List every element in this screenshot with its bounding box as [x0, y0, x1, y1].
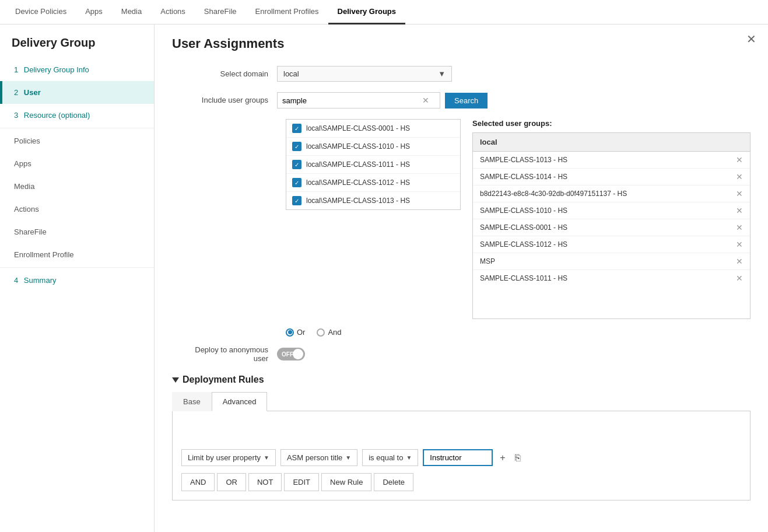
sidebar-item-user[interactable]: 2 User — [0, 81, 154, 104]
selected-groups-panel: local SAMPLE-CLASS-1013 - HS ✕ SAMPLE-CL… — [472, 132, 751, 319]
remove-group-button[interactable]: ✕ — [736, 240, 743, 249]
and-button[interactable]: AND — [181, 473, 215, 491]
list-item[interactable]: local\SAMPLE-CLASS-1013 - HS — [286, 192, 460, 209]
collapse-arrow-icon[interactable] — [172, 377, 179, 383]
search-clear-icon[interactable]: ✕ — [422, 96, 429, 105]
toggle-knob — [293, 349, 303, 359]
list-item[interactable]: local\SAMPLE-CLASS-1012 - HS — [286, 174, 460, 192]
select-domain-row: Select domain local ▼ — [172, 66, 751, 82]
checkbox-checked-icon — [292, 160, 301, 169]
tab-base[interactable]: Base — [172, 392, 212, 411]
or-and-row: Or And — [286, 328, 751, 337]
user-groups-dropdown-list: local\SAMPLE-CLASS-0001 - HS local\SAMPL… — [286, 119, 461, 319]
main-container: Delivery Group 1 Delivery Group Info 2 U… — [0, 24, 768, 532]
list-item[interactable]: local\SAMPLE-CLASS-1011 - HS — [286, 156, 460, 174]
and-radio[interactable] — [317, 328, 325, 337]
selected-groups-header: local — [473, 133, 750, 152]
sidebar-title: Delivery Group — [0, 24, 154, 58]
domain-dropdown-arrow: ▼ — [438, 69, 446, 78]
selected-groups-area: Selected user groups: local SAMPLE-CLASS… — [472, 119, 751, 319]
close-button[interactable]: ✕ — [746, 33, 756, 45]
selected-group-item: SAMPLE-CLASS-1011 - HS ✕ — [473, 270, 750, 286]
search-button[interactable]: Search — [445, 93, 488, 108]
top-navigation: Device Policies Apps Media Actions Share… — [0, 0, 768, 24]
selected-user-groups-label: Selected user groups: — [472, 119, 751, 128]
list-item[interactable]: local\SAMPLE-CLASS-0001 - HS — [286, 120, 460, 138]
selected-group-item: SAMPLE-CLASS-1013 - HS ✕ — [473, 152, 750, 169]
nav-device-policies[interactable]: Device Policies — [6, 0, 76, 24]
sidebar-item-delivery-group-info[interactable]: 1 Delivery Group Info — [0, 58, 154, 81]
remove-group-button[interactable]: ✕ — [736, 173, 743, 181]
domain-dropdown[interactable]: local ▼ — [277, 66, 452, 82]
selected-group-item: SAMPLE-CLASS-1012 - HS ✕ — [473, 236, 750, 253]
asm-person-title-dropdown[interactable]: ASM person title ▼ — [280, 449, 357, 466]
nav-delivery-groups[interactable]: Delivery Groups — [328, 0, 405, 24]
sidebar-item-resource[interactable]: 3 Resource (optional) — [0, 104, 154, 127]
sidebar-item-apps[interactable]: Apps — [0, 152, 154, 175]
selected-group-item: SAMPLE-CLASS-1014 - HS ✕ — [473, 169, 750, 186]
include-user-groups-label: Include user groups — [172, 92, 277, 104]
search-input-wrap: ✕ — [277, 92, 440, 108]
deploy-toggle[interactable]: OFF — [277, 348, 305, 360]
asm-person-title-label: ASM person title — [287, 453, 342, 462]
is-equal-to-dropdown[interactable]: is equal to ▼ — [362, 449, 418, 466]
limit-by-dropdown[interactable]: Limit by user property ▼ — [181, 449, 276, 466]
selected-group-item: SAMPLE-CLASS-0001 - HS ✕ — [473, 219, 750, 236]
or-label: Or — [297, 328, 305, 337]
deploy-toggle-row: Deploy to anonymoususer OFF — [172, 345, 751, 363]
or-radio-label[interactable]: Or — [286, 328, 305, 337]
not-button[interactable]: NOT — [248, 473, 282, 491]
select-domain-label: Select domain — [172, 66, 277, 78]
remove-group-button[interactable]: ✕ — [736, 223, 743, 232]
or-button[interactable]: OR — [217, 473, 246, 491]
deployment-rules-title: Deployment Rules — [172, 374, 751, 385]
bottom-buttons: AND OR NOT EDIT New Rule Delete — [181, 473, 741, 491]
remove-group-button[interactable]: ✕ — [736, 257, 743, 265]
is-equal-to-label: is equal to — [369, 453, 403, 462]
nav-media[interactable]: Media — [112, 0, 151, 24]
checkbox-checked-icon — [292, 142, 301, 151]
nav-enrollment-profiles[interactable]: Enrollment Profiles — [246, 0, 328, 24]
sidebar-divider-1 — [0, 128, 154, 128]
sidebar-item-sharefile[interactable]: ShareFile — [0, 220, 154, 243]
remove-group-button[interactable]: ✕ — [736, 156, 743, 164]
checkbox-checked-icon — [292, 178, 301, 187]
nav-apps[interactable]: Apps — [76, 0, 112, 24]
selected-group-item: MSP ✕ — [473, 253, 750, 270]
copy-rule-button[interactable]: ⎘ — [513, 450, 523, 466]
remove-group-button[interactable]: ✕ — [736, 274, 743, 282]
sidebar: Delivery Group 1 Delivery Group Info 2 U… — [0, 24, 155, 532]
rules-area: Limit by user property ▼ ASM person titl… — [172, 411, 751, 501]
page-title: User Assignments — [172, 36, 751, 51]
sidebar-divider-2 — [0, 267, 154, 268]
sidebar-item-policies[interactable]: Policies — [0, 130, 154, 152]
checkbox-checked-icon — [292, 124, 301, 133]
remove-group-button[interactable]: ✕ — [736, 190, 743, 198]
sidebar-item-enrollment-profile[interactable]: Enrollment Profile — [0, 243, 154, 266]
nav-sharefile[interactable]: ShareFile — [195, 0, 246, 24]
selected-group-item: SAMPLE-CLASS-1010 - HS ✕ — [473, 202, 750, 219]
limit-by-arrow-icon: ▼ — [264, 454, 269, 461]
or-radio[interactable] — [286, 328, 294, 337]
sidebar-item-actions[interactable]: Actions — [0, 198, 154, 220]
checkbox-checked-icon — [292, 196, 301, 205]
new-rule-button[interactable]: New Rule — [321, 473, 371, 491]
tab-advanced[interactable]: Advanced — [212, 392, 268, 411]
rule-value-input[interactable] — [423, 449, 493, 466]
limit-by-label: Limit by user property — [188, 453, 261, 462]
sidebar-item-summary[interactable]: 4 Summary — [0, 269, 154, 292]
search-input[interactable] — [282, 96, 422, 105]
remove-group-button[interactable]: ✕ — [736, 206, 743, 215]
rule-row: Limit by user property ▼ ASM person titl… — [181, 449, 741, 466]
groups-list: local\SAMPLE-CLASS-0001 - HS local\SAMPL… — [286, 119, 461, 210]
delete-button[interactable]: Delete — [374, 473, 413, 491]
deploy-label: Deploy to anonymoususer — [172, 345, 277, 363]
toggle-off-text: OFF — [282, 351, 293, 358]
add-rule-button[interactable]: + — [497, 450, 507, 466]
sidebar-item-media[interactable]: Media — [0, 175, 154, 198]
and-label: And — [328, 328, 341, 337]
nav-actions[interactable]: Actions — [151, 0, 195, 24]
and-radio-label[interactable]: And — [317, 328, 341, 337]
list-item[interactable]: local\SAMPLE-CLASS-1010 - HS — [286, 138, 460, 156]
edit-button[interactable]: EDIT — [284, 473, 319, 491]
